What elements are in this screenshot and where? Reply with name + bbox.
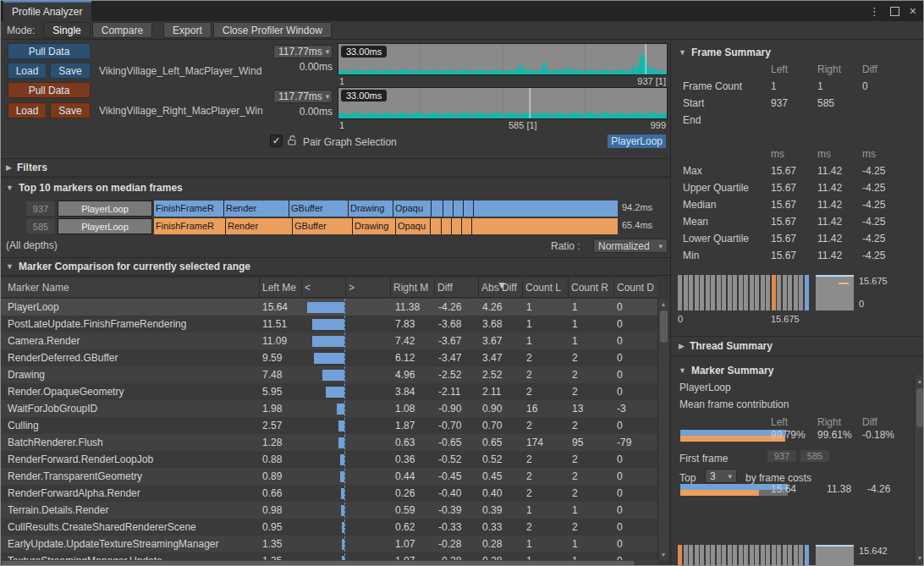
marker-segment[interactable]: Render [226,218,292,234]
close-profiler-window-button[interactable]: Close Profiler Window [213,22,332,38]
marker-segment[interactable]: FinishFrameR [154,218,225,234]
root-marker-button[interactable]: PlayerLoop [58,201,152,217]
table-row[interactable]: Drawing7.484.96-2.522.52220 [1,366,657,383]
scrollbar-thumb[interactable] [660,310,668,343]
col-left-bar[interactable]: < [305,282,311,294]
pull-data-left-button[interactable]: Pull Data [8,43,91,59]
filters-section-header[interactable]: ▶ Filters [1,158,670,177]
table-row[interactable]: TextureStreamingManager.Update1.351.07-0… [1,552,657,560]
col-count-left[interactable]: Count L [525,282,561,294]
table-scrollbar[interactable]: ▲ ▼ [657,299,668,560]
marker-summary-header[interactable]: ▼ Marker Summary [671,361,924,380]
table-row[interactable]: EarlyUpdate.UpdateTextureStreamingManage… [1,536,657,552]
cell-abs: 0.70 [482,420,502,431]
marker-segment[interactable] [472,218,618,234]
marker-segment[interactable] [462,218,471,234]
left-range-dropdown[interactable]: 117.77ms▾ [273,45,333,58]
export-button[interactable]: Export [163,22,212,38]
mode-compare-button[interactable]: Compare [92,22,152,38]
frame-summary-header[interactable]: ▼ Frame Summary [671,43,924,62]
right-range-dropdown[interactable]: 117.77ms▾ [273,90,333,103]
mode-single-button[interactable]: Single [43,22,90,38]
selected-marker-label[interactable]: PlayerLoop [608,135,666,148]
scroll-down-icon[interactable]: ▼ [915,555,924,561]
comparison-section-header[interactable]: ▼ Marker Comparison for currently select… [1,257,670,276]
table-row[interactable]: Render.OpaqueGeometry5.953.84-2.112.1122… [1,383,657,400]
marker-segment[interactable] [443,201,453,217]
marker-segment[interactable]: Opaqu [396,218,430,234]
table-row[interactable]: CullResults.CreateSharedRendererScene0.9… [1,519,657,536]
scroll-up-icon[interactable]: ▲ [915,378,924,384]
col-right-bar[interactable]: > [349,282,355,294]
window-menu-icon[interactable]: ⋮ [869,6,880,17]
marker-segment[interactable] [431,218,441,234]
marker-segment[interactable]: Drawing [353,218,395,234]
right-frame-graph[interactable] [338,87,668,119]
table-row[interactable]: Terrain.Details.Render0.980.59-0.390.391… [1,502,657,519]
frame-time-histogram[interactable] [678,275,809,310]
top-count-dropdown[interactable]: 3▾ [705,469,737,483]
marker-segment[interactable] [432,201,443,217]
boxplot-min-label: 0 [859,299,864,309]
table-row[interactable]: PlayerLoop15.6411.38-4.264.26110 [1,299,657,316]
marker-segment[interactable] [464,201,473,217]
marker-segment[interactable] [442,218,451,234]
close-icon[interactable]: × [910,5,916,17]
table-row[interactable]: RenderForward.RenderLoopJob0.880.36-0.52… [1,451,657,468]
marker-segment[interactable] [474,201,618,217]
col-diff[interactable]: Diff [437,282,453,294]
load-left-button[interactable]: Load [8,63,47,79]
table-row[interactable]: BatchRenderer.Flush1.280.63-0.650.651749… [1,434,657,451]
table-row[interactable]: PostLateUpdate.FinishFrameRendering11.51… [1,316,657,332]
col-right-median[interactable]: Right M [393,282,428,294]
cell-marker-name: PlayerLoop [8,301,257,313]
comparison-table-body: PlayerLoop15.6411.38-4.264.26110PostLate… [1,299,657,560]
scroll-down-icon[interactable]: ▼ [658,552,668,558]
thread-summary-header[interactable]: ▶ Thread Summary [671,336,924,356]
marker-boxplot[interactable] [816,545,854,566]
panel-scrollbar[interactable]: ▲ ▼ [914,375,924,566]
table-row[interactable]: RenderForwardAlpha.Render0.660.26-0.400.… [1,485,657,502]
frame-time-boxplot[interactable] [816,275,854,310]
left-frame-graph[interactable] [338,43,668,75]
unlock-icon[interactable] [287,135,298,149]
table-row[interactable]: RenderDeferred.GBuffer9.596.12-3.473.472… [1,349,657,366]
first-frame-left-button[interactable]: 937 [767,449,797,463]
table-row[interactable]: Render.TransparentGeometry0.890.44-0.450… [1,468,657,485]
top10-section-header[interactable]: ▼ Top 10 markers on median frames [1,178,670,196]
ratio-dropdown[interactable]: Normalized▾ [593,239,668,253]
frame-number-button[interactable]: 937 [26,201,55,216]
table-horizontal-scrollbar[interactable] [1,560,657,566]
histogram-bar [695,275,699,310]
marker-segments: FinishFrameRRenderGBufferDrawingOpaqu [154,201,618,217]
marker-segment[interactable]: FinishFrameR [154,201,223,217]
table-row[interactable]: WaitForJobGroupID1.981.08-0.900.901613-3 [1,400,657,417]
table-row[interactable]: Camera.Render11.097.42-3.673.67110 [1,332,657,349]
scrollbar-thumb[interactable] [916,388,924,427]
scroll-up-icon[interactable]: ▲ [658,301,668,307]
first-frame-right-button[interactable]: 585 [800,449,830,463]
table-row[interactable]: Culling2.571.87-0.700.70220 [1,417,657,434]
pair-graph-selection-checkbox[interactable]: ✓ [270,135,283,147]
h-scrollbar-thumb[interactable] [2,561,635,565]
marker-segment[interactable]: GBuffer [289,201,348,217]
col-count-right[interactable]: Count R [571,282,608,294]
frame-number-button[interactable]: 585 [26,219,55,234]
marker-segment[interactable]: Opaqu [393,201,431,217]
maximize-icon[interactable] [890,7,899,16]
pull-data-right-button[interactable]: Pull Data [8,82,91,98]
save-right-button[interactable]: Save [50,102,91,118]
marker-segment[interactable] [454,201,463,217]
marker-segment[interactable]: GBuffer [293,218,352,234]
tab-profile-analyzer[interactable]: Profile Analyzer [3,1,91,21]
marker-segment[interactable]: Drawing [349,201,393,217]
marker-histogram[interactable] [678,545,809,566]
save-left-button[interactable]: Save [50,63,91,79]
col-count-diff[interactable]: Count D [617,282,654,294]
col-left-median[interactable]: Left Me [262,282,296,294]
load-right-button[interactable]: Load [8,102,47,118]
marker-segment[interactable] [452,218,461,234]
col-marker-name[interactable]: Marker Name [8,282,69,294]
root-marker-button[interactable]: PlayerLoop [58,218,152,234]
marker-segment[interactable]: Render [224,201,289,217]
